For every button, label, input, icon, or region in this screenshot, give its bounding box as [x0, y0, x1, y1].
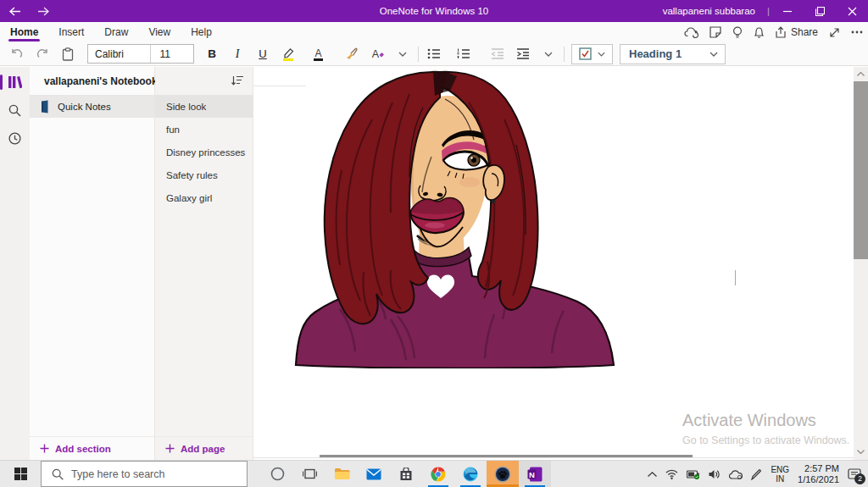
- forward-button[interactable]: [29, 0, 58, 22]
- sync-status-button[interactable]: [684, 27, 698, 38]
- section-item-quick-notes[interactable]: Quick Notes: [30, 95, 154, 118]
- fullscreen-button[interactable]: [829, 27, 840, 38]
- store-button[interactable]: [390, 461, 422, 487]
- maximize-icon: [815, 7, 825, 16]
- page-item-side-look[interactable]: Side look: [155, 95, 253, 118]
- bold-button[interactable]: B: [199, 44, 225, 64]
- nav-rail: [0, 67, 30, 460]
- back-button[interactable]: [0, 0, 29, 22]
- pen-icon: [751, 469, 762, 480]
- chrome-icon: [431, 467, 446, 482]
- scroll-down-button[interactable]: [854, 445, 868, 458]
- taskbar-search-input[interactable]: Type here to search: [41, 461, 248, 487]
- more-options-button[interactable]: [851, 30, 863, 34]
- font-size-input[interactable]: 11: [150, 45, 193, 63]
- mail-button[interactable]: [358, 461, 390, 487]
- indent-button[interactable]: [510, 44, 536, 64]
- sticky-notes-icon: [709, 26, 721, 38]
- maximize-button[interactable]: [804, 0, 836, 22]
- volume-icon: [709, 469, 721, 479]
- start-button[interactable]: [0, 461, 41, 487]
- page-item-safety-rules[interactable]: Safety rules: [155, 163, 253, 186]
- onenote-taskbar-button[interactable]: N: [519, 461, 551, 487]
- add-page-button[interactable]: Add page: [155, 436, 253, 460]
- highlight-icon: [281, 47, 295, 61]
- account-name[interactable]: vallapaneni subbarao: [663, 6, 755, 16]
- font-options-dropdown[interactable]: [390, 44, 415, 64]
- onenote-window: OneNote for Windows 10 vallapaneni subba…: [0, 0, 868, 487]
- hidden-icons-button[interactable]: [648, 472, 657, 477]
- search-placeholder: Type here to search: [71, 468, 164, 480]
- chevron-down-icon: [398, 52, 407, 57]
- section-icon: [40, 100, 50, 113]
- add-section-button[interactable]: Add section: [30, 436, 154, 460]
- battery-button[interactable]: [687, 469, 700, 479]
- edge-button[interactable]: [454, 461, 487, 487]
- chevron-down-icon: [598, 52, 605, 57]
- action-center-button[interactable]: 2: [848, 468, 861, 481]
- watermark-title: Activate Windows: [682, 411, 849, 430]
- minimize-button[interactable]: [771, 0, 804, 22]
- redo-button[interactable]: [30, 44, 55, 64]
- portrait-drawing: [291, 69, 621, 368]
- todo-tag-button[interactable]: [571, 44, 613, 64]
- font-color-button[interactable]: A: [305, 44, 331, 64]
- page-item-fun[interactable]: fun: [155, 118, 253, 141]
- page-canvas[interactable]: Activate Windows Go to Settings to activ…: [253, 67, 854, 460]
- vertical-scrollbar-thumb[interactable]: [854, 81, 868, 259]
- store-icon: [399, 468, 413, 481]
- onedrive-button[interactable]: [729, 470, 743, 479]
- tab-home[interactable]: Home: [10, 22, 38, 42]
- paste-button[interactable]: [55, 44, 81, 64]
- notifications-icon: [754, 26, 765, 39]
- vertical-scrollbar[interactable]: [854, 67, 868, 460]
- paragraph-options-dropdown[interactable]: [536, 44, 561, 64]
- chevron-up-icon: [857, 72, 865, 76]
- indent-icon: [516, 48, 530, 59]
- outdent-button[interactable]: [485, 44, 510, 64]
- clock[interactable]: 2:57 PM 1/16/2021: [798, 463, 839, 485]
- tab-insert[interactable]: Insert: [58, 22, 84, 42]
- recent-notes-rail-button[interactable]: [0, 127, 30, 149]
- pen-button[interactable]: [751, 469, 762, 480]
- share-button[interactable]: Share: [776, 26, 818, 38]
- underline-button[interactable]: U: [250, 44, 275, 64]
- volume-button[interactable]: [709, 469, 721, 479]
- sort-pages-button[interactable]: [231, 75, 244, 86]
- chrome-button[interactable]: [422, 461, 454, 487]
- notifications-button[interactable]: [754, 26, 765, 39]
- paw-app-button[interactable]: [487, 461, 519, 487]
- sticky-notes-button[interactable]: [709, 26, 721, 38]
- horizontal-scrollbar-track[interactable]: [253, 457, 854, 458]
- close-button[interactable]: [836, 0, 868, 22]
- tab-view[interactable]: View: [148, 22, 170, 42]
- bullets-button[interactable]: [421, 44, 447, 64]
- ideas-button[interactable]: [732, 26, 743, 39]
- wifi-icon: [665, 469, 678, 479]
- notebook-switcher[interactable]: vallapaneni's Notebook: [30, 67, 154, 95]
- undo-icon: [10, 48, 24, 59]
- task-view-button[interactable]: [293, 461, 326, 487]
- battery-icon: [687, 469, 700, 479]
- font-name-input[interactable]: Calibri: [88, 48, 150, 60]
- scroll-up-button[interactable]: [854, 67, 868, 80]
- numbering-button[interactable]: [451, 44, 476, 64]
- clear-format-button[interactable]: A: [364, 44, 390, 64]
- format-painter-button[interactable]: [339, 44, 364, 64]
- highlight-button[interactable]: [275, 44, 301, 64]
- notebooks-rail-button[interactable]: [0, 71, 30, 93]
- sections-pane: vallapaneni's Notebook Quick Notes Add s…: [30, 67, 155, 460]
- page-item-disney-princesses[interactable]: Disney princesses: [155, 141, 253, 163]
- language-indicator[interactable]: ENGIN: [771, 465, 789, 484]
- wifi-button[interactable]: [665, 469, 678, 479]
- cortana-button[interactable]: [261, 461, 293, 487]
- file-explorer-button[interactable]: [326, 461, 358, 487]
- tab-help[interactable]: Help: [191, 22, 212, 42]
- search-rail-button[interactable]: [0, 99, 30, 121]
- horizontal-scrollbar-thumb[interactable]: [320, 455, 693, 457]
- undo-button[interactable]: [4, 44, 30, 64]
- page-item-galaxy-girl[interactable]: Galaxy girl: [155, 186, 253, 209]
- style-dropdown[interactable]: Heading 1: [620, 44, 726, 64]
- tab-draw[interactable]: Draw: [104, 22, 128, 42]
- italic-button[interactable]: I: [225, 44, 250, 64]
